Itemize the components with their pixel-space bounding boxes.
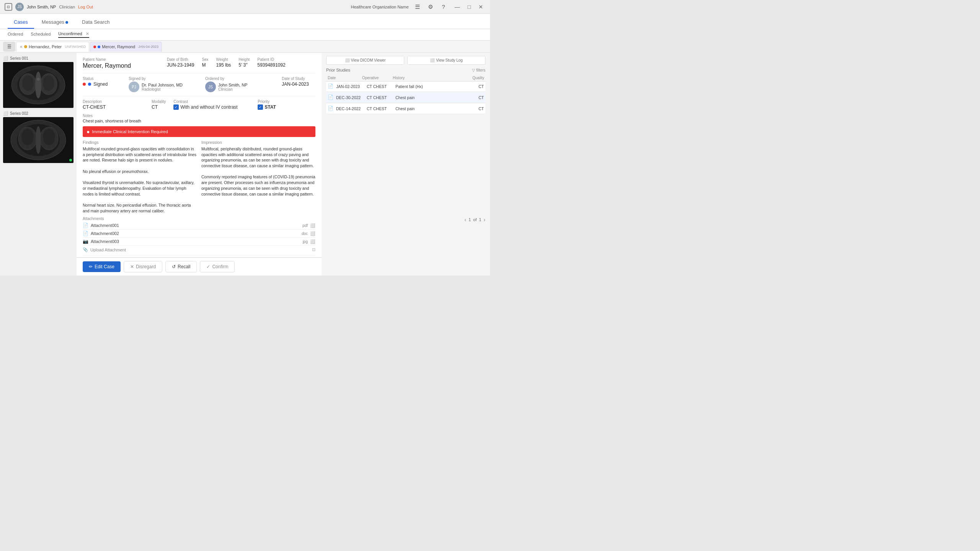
subnav-ordered[interactable]: Ordered [8, 32, 23, 38]
confirm-button[interactable]: ✓ Confirm [200, 261, 235, 272]
priority-value: STAT [265, 104, 276, 110]
series-001-label: ⬜ Series 001 [3, 56, 74, 61]
empty-row-3 [326, 135, 485, 144]
attachment-003-icon: 📷 [83, 239, 88, 244]
label-notes: Notes [83, 114, 315, 118]
tab-mercer-subtitle: JAN-04-2023 [138, 45, 158, 49]
impression-text: Multifocal, peripherally distributed, ro… [201, 146, 315, 197]
edit-case-label: Edit Case [95, 264, 114, 269]
page-separator: of [473, 217, 477, 222]
logout-button[interactable]: Log Out [78, 5, 93, 9]
tab-hernandez-close[interactable]: ✕ [20, 45, 23, 49]
status-row: Status Signed Signed by PJ Dr. Paul Jo [83, 77, 315, 92]
patient-sex: M [202, 62, 208, 68]
label-patient-id: Patient ID [257, 57, 285, 62]
priority-checkbox[interactable] [258, 104, 263, 110]
attachment-001-icon: 📄 [83, 223, 88, 228]
col-date-header: Date [328, 76, 362, 80]
study-2-doc-icon: 📄 [328, 106, 334, 112]
settings-icon[interactable]: ⚙ [426, 3, 435, 11]
disregard-label: Disregard [136, 264, 156, 269]
attachment-001[interactable]: 📄 Attachment001 pdf ⬜ [83, 222, 315, 230]
confirm-icon: ✓ [206, 264, 210, 269]
doctor-name: Dr. Paul Johnson, MD [142, 83, 183, 87]
tab-data-search[interactable]: Data Search [76, 16, 116, 29]
study-1-date: DEC-30-2022 [336, 95, 367, 100]
list-view-button[interactable]: ☰ [3, 42, 15, 52]
org-name: Healthcare Organization Name [351, 5, 409, 9]
view-study-log-label: View Study Log [436, 58, 462, 62]
help-icon[interactable]: ? [439, 3, 448, 11]
minimize-button[interactable]: — [452, 3, 462, 11]
study-1-operative: CT CHEST [367, 95, 395, 100]
study-log-icon: ⬜ [430, 58, 434, 62]
description-value: CT-CHEST [83, 104, 144, 110]
ordered-by-field: JS John Smith, NP Clinician [205, 82, 274, 92]
tab-cases[interactable]: Cases [8, 16, 34, 29]
label-findings: Findings [83, 140, 197, 145]
subnav-unconfirmed-close[interactable]: ✕ [86, 31, 89, 36]
contrast-checkbox[interactable] [173, 104, 179, 110]
study-2-date: DEC-14-2022 [336, 106, 367, 111]
attachment-002[interactable]: 📄 Attachment002 doc ⬜ [83, 230, 315, 238]
attachment-002-name: Attachment002 [91, 231, 299, 236]
doctor-avatar: PJ [129, 82, 139, 92]
attachment-001-name: Attachment001 [91, 223, 300, 228]
prior-studies-filter[interactable]: ▽ filters [472, 68, 485, 72]
study-row-1[interactable]: 📄 DEC-30-2022 CT CHEST Chest pain CT [326, 93, 485, 103]
col-quality-header: Quality [472, 76, 484, 80]
subnav-unconfirmed[interactable]: Unconfirmed ✕ [58, 31, 89, 38]
patient-name: Mercer, Raymond [83, 62, 159, 69]
contrast-value: With and without IV contrast [180, 104, 237, 110]
svg-point-16 [36, 126, 41, 154]
sub-nav: Ordered Scheduled Unconfirmed ✕ [0, 29, 490, 41]
recall-button[interactable]: ↺ Recall [165, 261, 197, 272]
series-002-label: ⬜ Series 002 [3, 111, 74, 116]
attachments-section: Attachments 📄 Attachment001 pdf ⬜ 📄 Atta… [83, 217, 315, 252]
alert-bar: ● Immediate Clinical Intervention Requir… [83, 126, 315, 137]
confirm-label: Confirm [212, 264, 228, 269]
attachment-003[interactable]: 📷 Attachment003 jpg ⬜ [83, 238, 315, 246]
prev-page-button[interactable]: ‹ [464, 217, 466, 223]
tab-mercer[interactable]: Mercer, Raymond JAN-04-2023 [90, 42, 162, 52]
study-1-quality: CT [474, 95, 484, 100]
svg-point-8 [37, 78, 40, 81]
next-page-button[interactable]: › [483, 217, 485, 223]
attachment-003-open[interactable]: ⬜ [310, 239, 315, 244]
study-row-2[interactable]: 📄 DEC-14-2022 CT CHEST Chest pain CT [326, 104, 485, 114]
series-001[interactable]: ⬜ Series 001 [3, 56, 74, 108]
series-002[interactable]: ⬜ Series 002 [3, 111, 74, 163]
findings-col: Findings Multifocal rounded ground-glass… [83, 140, 197, 214]
empty-row-7 [326, 174, 485, 184]
upload-attachment[interactable]: 📎 Upload Attachment ⊡ [83, 247, 315, 252]
attachment-001-open[interactable]: ⬜ [310, 223, 315, 228]
prior-studies-title: Prior Studies [326, 68, 350, 72]
attachment-002-open[interactable]: ⬜ [310, 231, 315, 236]
view-dicom-viewer-button[interactable]: ⬜ View DICOM Viewer [326, 56, 404, 65]
series-002-thumb[interactable] [3, 117, 74, 163]
disregard-button[interactable]: ✕ Disregard [124, 261, 162, 272]
label-ordered-by: Ordered by [205, 77, 274, 81]
view-dicom-label: View DICOM Viewer [351, 58, 386, 62]
tab-hernandez[interactable]: ✕ Hernandez, Peter UNFINISHED [16, 42, 89, 52]
study-2-history: Chest pain [395, 106, 474, 111]
tab-messages[interactable]: Messages [36, 16, 74, 29]
series-001-thumb[interactable] [3, 62, 74, 108]
svg-point-15 [43, 129, 55, 145]
edit-case-button[interactable]: ✏ Edit Case [83, 261, 121, 272]
restore-button[interactable]: □ [466, 3, 473, 11]
svg-point-7 [35, 72, 41, 98]
page-total: 1 [479, 217, 481, 222]
subnav-scheduled[interactable]: Scheduled [31, 32, 51, 38]
close-button[interactable]: ✕ [476, 3, 485, 11]
tab-hernandez-name: Hernandez, Peter [29, 44, 62, 49]
study-row-0[interactable]: 📄 JAN-02-2023 CT CHEST Patient fall (Hx)… [326, 82, 485, 92]
recall-icon: ↺ [172, 264, 176, 269]
user-role: Clinician [59, 5, 75, 9]
signed-by-field: PJ Dr. Paul Johnson, MD Radiologist [129, 82, 198, 92]
view-study-log-button[interactable]: ⬜ View Study Log [407, 56, 485, 65]
dicom-buttons-row: ⬜ View DICOM Viewer ⬜ View Study Log [326, 56, 485, 65]
empty-row-6 [326, 165, 485, 174]
clipboard-icon[interactable]: ☰ [413, 3, 422, 11]
patient-dob: JUN-23-1949 [167, 62, 194, 68]
